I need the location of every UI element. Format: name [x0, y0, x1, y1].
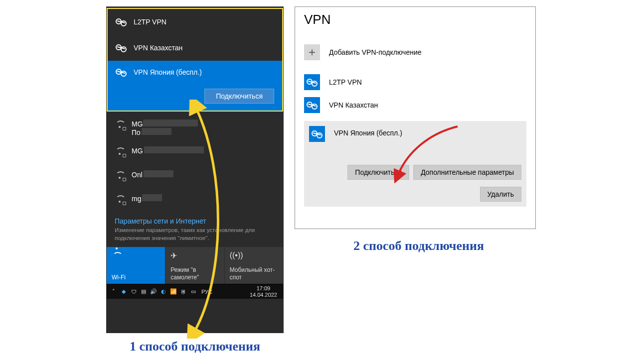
connect-row: Подключиться — [116, 85, 274, 104]
tile-hotspot[interactable]: ((•)) Мобильный хот-спот — [224, 247, 283, 284]
vpn-item-japan[interactable]: VPN Япония (беспл.) Подключиться — [108, 61, 282, 111]
tile-label: Wi-Fi — [112, 274, 126, 281]
add-vpn-label: Добавить VPN-подключение — [329, 48, 422, 56]
wifi-ssid: mg — [132, 194, 162, 203]
page-title: VPN — [304, 12, 526, 27]
delete-button[interactable]: Удалить — [480, 187, 521, 202]
airplane-icon: ✈ — [170, 251, 177, 260]
tray-lang[interactable]: РУС — [199, 289, 214, 295]
vpn-label: VPN Казахстан — [134, 44, 182, 52]
vpn-section: L2TP VPN VPN Казахстан VPN Япония (беспл… — [107, 8, 283, 112]
tile-label: Режим "в самолете" — [170, 266, 224, 281]
vpn-entry-l2tp[interactable]: L2TP VPN — [304, 71, 526, 93]
taskbar: ˄ ◆ 🛡 ▤ 🔊 ◐ 📶 ⛨ ▭ РУС 17:09 14.04.2022 — [107, 284, 283, 299]
connect-button[interactable]: Подключиться — [347, 165, 409, 180]
wifi-secure-icon — [115, 146, 125, 156]
vpn-label: L2TP VPN — [134, 18, 166, 26]
vpn-icon — [309, 126, 325, 142]
wifi-ssid: MG По — [132, 120, 198, 136]
caption-method-2: 2 способ подключения — [319, 238, 518, 253]
tray-shield-icon[interactable]: 🛡 — [130, 288, 138, 296]
wifi-item[interactable]: MG По — [107, 115, 283, 141]
vpn-entry-japan[interactable]: VPN Япония (беспл.) Подключиться Дополни… — [304, 121, 526, 207]
wifi-item[interactable]: MG — [107, 141, 283, 165]
vpn-icon — [116, 16, 127, 27]
tray-network-icon[interactable]: 📶 — [169, 288, 177, 296]
wifi-section: MG По MG Onl mg — [107, 112, 283, 213]
network-settings-title: Параметры сети и Интернет — [115, 217, 275, 225]
add-vpn-button[interactable]: + Добавить VPN-подключение — [304, 41, 526, 63]
wifi-item[interactable]: Onl — [107, 165, 283, 189]
vpn-label: VPN Япония (беспл.) — [134, 68, 202, 76]
vpn-entry-kazakhstan[interactable]: VPN Казахстан — [304, 94, 526, 116]
advanced-button[interactable]: Дополнительные параметры — [413, 165, 521, 180]
connect-button[interactable]: Подключиться — [204, 89, 274, 104]
wifi-item[interactable]: mg — [107, 189, 283, 213]
tray-clock[interactable]: 17:09 14.04.2022 — [247, 285, 280, 297]
caption-method-1: 1 способ подключения — [106, 339, 284, 354]
wifi-ssid: Onl — [132, 170, 173, 179]
wifi-secure-icon — [115, 170, 125, 180]
vpn-entry-actions: Подключиться Дополнительные параметры Уд… — [309, 151, 521, 202]
vpn-entry-label: VPN Япония (беспл.) — [334, 129, 402, 137]
vpn-item-l2tp[interactable]: L2TP VPN — [108, 9, 282, 35]
vpn-entry-label: VPN Казахстан — [329, 101, 378, 109]
quick-tiles: Wi-Fi ✈ Режим "в самолете" ((•)) Мобильн… — [107, 247, 283, 284]
network-settings-link[interactable]: Параметры сети и Интернет Изменение пара… — [107, 213, 283, 247]
tray-battery-icon[interactable]: ▭ — [189, 288, 197, 296]
vpn-icon — [116, 67, 127, 78]
vpn-icon — [116, 42, 127, 53]
network-settings-desc: Изменение параметров, таких как установл… — [115, 227, 275, 242]
tray-app-icon[interactable]: ◆ — [120, 288, 128, 296]
hotspot-icon: ((•)) — [230, 251, 243, 259]
tray-chevron-icon[interactable]: ˄ — [110, 288, 118, 296]
tile-label: Мобильный хот-спот — [230, 266, 283, 281]
wifi-ssid: MG — [132, 146, 204, 155]
vpn-icon — [304, 97, 320, 113]
tray-volume-icon[interactable]: 🔊 — [150, 288, 158, 296]
wifi-secure-icon — [115, 120, 125, 129]
vpn-entry-label: L2TP VPN — [329, 78, 362, 86]
wifi-secure-icon — [115, 194, 125, 204]
tray-telegram-icon[interactable]: ◐ — [160, 288, 167, 296]
tray-doc-icon[interactable]: ▤ — [140, 288, 148, 296]
tile-wifi[interactable]: Wi-Fi — [107, 247, 165, 284]
network-flyout: L2TP VPN VPN Казахстан VPN Япония (беспл… — [106, 6, 284, 333]
plus-icon: + — [304, 44, 320, 60]
vpn-icon — [304, 74, 320, 90]
vpn-item-kazakhstan[interactable]: VPN Казахстан — [108, 35, 282, 61]
tray-defender-icon[interactable]: ⛨ — [179, 288, 187, 296]
settings-vpn-panel: VPN + Добавить VPN-подключение L2TP VPN … — [295, 6, 536, 229]
tile-airplane[interactable]: ✈ Режим "в самолете" — [165, 247, 224, 284]
